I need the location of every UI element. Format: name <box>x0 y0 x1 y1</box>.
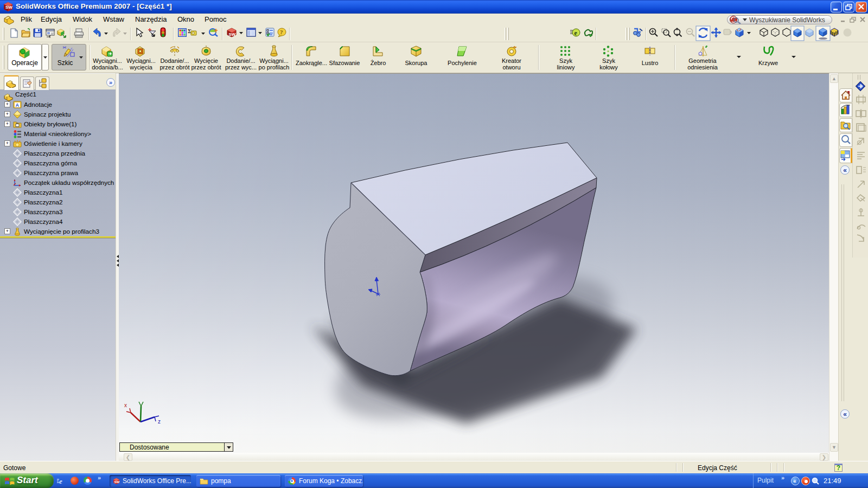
svg-text:e: e <box>59 477 62 485</box>
svg-text:SW: SW <box>229 32 236 37</box>
svg-text:z: z <box>158 419 161 425</box>
svg-text:SW: SW <box>114 480 119 484</box>
svg-text:SW: SW <box>5 5 12 10</box>
svg-text:x: x <box>124 402 127 408</box>
svg-text:?: ? <box>280 29 283 35</box>
svg-text:e: e <box>575 29 578 37</box>
svg-text:A: A <box>16 102 20 108</box>
